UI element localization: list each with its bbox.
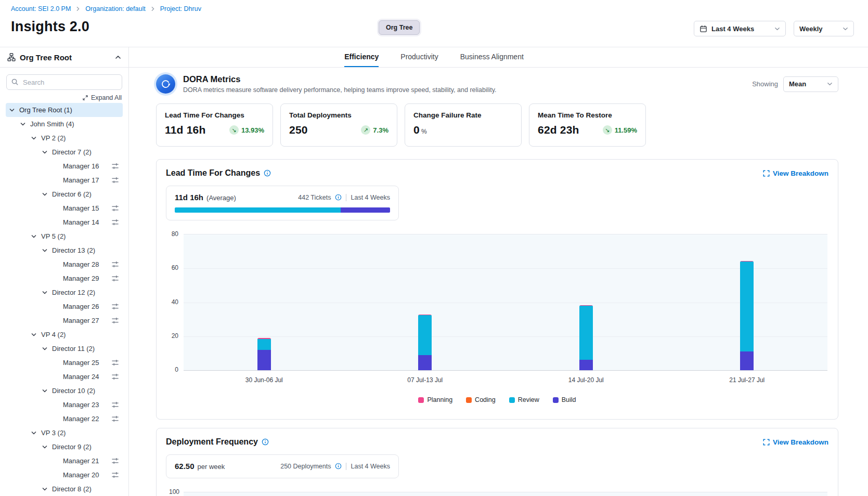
tree-item[interactable]: Manager 21 xyxy=(6,454,123,468)
tree-item[interactable]: Director 9 (2) xyxy=(6,440,123,454)
chevron-down-icon[interactable] xyxy=(42,191,48,198)
tree-item[interactable]: Director 8 (2) xyxy=(6,482,123,496)
deployment-plot-area xyxy=(184,492,827,496)
tree-item[interactable]: Manager 16 xyxy=(6,159,123,173)
dora-section-subtitle: DORA metrics measure software delivery p… xyxy=(183,86,752,94)
tree-item[interactable]: Director 12 (2) xyxy=(6,285,123,299)
dora-section-title: DORA Metrics xyxy=(183,74,752,84)
sliders-icon[interactable] xyxy=(111,415,119,423)
tree-item[interactable]: Manager 27 xyxy=(6,314,123,328)
metric-card-label: Mean Time To Restore xyxy=(538,111,637,119)
info-icon[interactable] xyxy=(335,463,342,469)
sliders-icon[interactable] xyxy=(111,218,119,226)
tree-item[interactable]: Manager 15 xyxy=(6,201,123,215)
tree-item[interactable]: Manager 20 xyxy=(6,468,123,482)
chevron-down-icon[interactable] xyxy=(20,121,26,127)
tree-item[interactable]: Manager 24 xyxy=(6,370,123,384)
tree-item-label: Manager 22 xyxy=(63,415,99,423)
breadcrumb-link[interactable]: Project: Dhruv xyxy=(160,5,201,12)
tree-item[interactable]: Manager 14 xyxy=(6,215,123,229)
tree-item[interactable]: Org Tree Root (1) xyxy=(6,103,123,117)
chevron-down-icon[interactable] xyxy=(9,107,15,113)
chevron-down-icon[interactable] xyxy=(42,290,48,296)
sliders-icon[interactable] xyxy=(111,176,119,184)
sidebar-header[interactable]: Org Tree Root xyxy=(0,47,128,68)
tree-item[interactable]: Manager 26 xyxy=(6,299,123,314)
chevron-spacer xyxy=(53,458,59,464)
tab-efficiency[interactable]: Efficiency xyxy=(344,47,379,67)
sliders-icon[interactable] xyxy=(111,373,119,381)
collapse-chevron-up-icon[interactable] xyxy=(115,54,121,60)
chevron-down-icon[interactable] xyxy=(42,444,48,450)
search-input[interactable] xyxy=(6,74,122,90)
expand-all-button[interactable]: Expand All xyxy=(0,94,122,101)
bar-segment-build xyxy=(740,351,754,370)
sliders-icon[interactable] xyxy=(111,303,119,310)
tab-productivity[interactable]: Productivity xyxy=(400,47,438,67)
metric-card-value: 62d 23h xyxy=(538,124,579,136)
legend-item-build: Build xyxy=(553,396,576,403)
stacked-bar[interactable] xyxy=(257,338,271,370)
sliders-icon[interactable] xyxy=(111,162,119,170)
tree-item[interactable]: Director 11 (2) xyxy=(6,342,123,356)
chevron-down-icon[interactable] xyxy=(31,233,37,240)
sliders-icon[interactable] xyxy=(111,457,119,465)
trend-badge: ↗7.3% xyxy=(361,125,388,135)
sliders-icon[interactable] xyxy=(111,260,119,268)
sliders-icon[interactable] xyxy=(111,317,119,324)
tree-item[interactable]: VP 5 (2) xyxy=(6,229,123,243)
granularity-select[interactable]: Weekly xyxy=(794,21,854,36)
chevron-down-icon[interactable] xyxy=(42,149,48,155)
trend-badge: ↘11.59% xyxy=(603,125,637,135)
org-tree: Org Tree Root (1)John Smith (4)VP 2 (2)D… xyxy=(0,103,128,496)
breadcrumb-link[interactable]: Organization: default xyxy=(85,5,145,12)
stacked-bar[interactable] xyxy=(579,305,593,370)
tab-business-alignment[interactable]: Business Alignment xyxy=(460,47,524,67)
legend-label: Planning xyxy=(427,396,452,403)
tree-item[interactable]: Manager 28 xyxy=(6,257,123,271)
chevron-down-icon[interactable] xyxy=(31,430,37,436)
tree-item[interactable]: Director 6 (2) xyxy=(6,187,123,201)
sliders-icon[interactable] xyxy=(111,204,119,212)
dora-metric-cards: Lead Time For Changes11d 16h↘13.93%Total… xyxy=(156,103,838,147)
tree-item[interactable]: Manager 29 xyxy=(6,271,123,285)
chevron-down-icon[interactable] xyxy=(42,486,48,492)
info-icon[interactable] xyxy=(264,169,271,177)
sliders-icon[interactable] xyxy=(111,275,119,282)
showing-select[interactable]: Mean xyxy=(783,76,838,92)
tree-item-label: Manager 14 xyxy=(63,218,99,226)
sliders-icon[interactable] xyxy=(111,401,119,409)
tree-item[interactable]: John Smith (4) xyxy=(6,117,123,131)
tree-item[interactable]: Director 13 (2) xyxy=(6,243,123,257)
tree-item[interactable]: VP 3 (2) xyxy=(6,426,123,440)
tree-item[interactable]: Manager 25 xyxy=(6,356,123,370)
showing-label: Showing xyxy=(752,80,778,88)
tree-item[interactable]: VP 4 (2) xyxy=(6,328,123,342)
chevron-down-icon xyxy=(843,26,848,32)
info-icon[interactable] xyxy=(335,194,342,201)
tree-item[interactable]: Manager 22 xyxy=(6,412,123,426)
deployment-view-breakdown[interactable]: View Breakdown xyxy=(763,438,828,446)
stacked-bar[interactable] xyxy=(740,261,754,370)
tree-item[interactable]: Director 10 (2) xyxy=(6,384,123,398)
breadcrumb-separator-icon xyxy=(150,6,156,11)
tree-item[interactable]: Manager 23 xyxy=(6,398,123,412)
date-range-select[interactable]: Last 4 Weeks xyxy=(694,21,786,36)
sliders-icon[interactable] xyxy=(111,359,119,367)
info-icon[interactable] xyxy=(262,438,269,446)
chevron-down-icon[interactable] xyxy=(42,388,48,394)
chevron-down-icon[interactable] xyxy=(31,135,37,141)
org-tree-button[interactable]: Org Tree xyxy=(379,20,420,35)
chevron-down-icon[interactable] xyxy=(42,346,48,352)
period-label: Last 4 Weeks xyxy=(351,463,390,470)
chevron-down-icon[interactable] xyxy=(42,247,48,254)
breadcrumb-link[interactable]: Account: SEI 2.0 PM xyxy=(11,5,71,12)
stacked-bar[interactable] xyxy=(418,315,432,370)
org-tree-sidebar: Org Tree Root Expand All Org Tree Root (… xyxy=(0,47,129,496)
lead-time-view-breakdown[interactable]: View Breakdown xyxy=(763,169,828,177)
tree-item[interactable]: Director 7 (2) xyxy=(6,145,123,159)
chevron-down-icon[interactable] xyxy=(31,332,37,338)
tree-item[interactable]: VP 2 (2) xyxy=(6,131,123,145)
sliders-icon[interactable] xyxy=(111,471,119,479)
tree-item[interactable]: Manager 17 xyxy=(6,173,123,187)
